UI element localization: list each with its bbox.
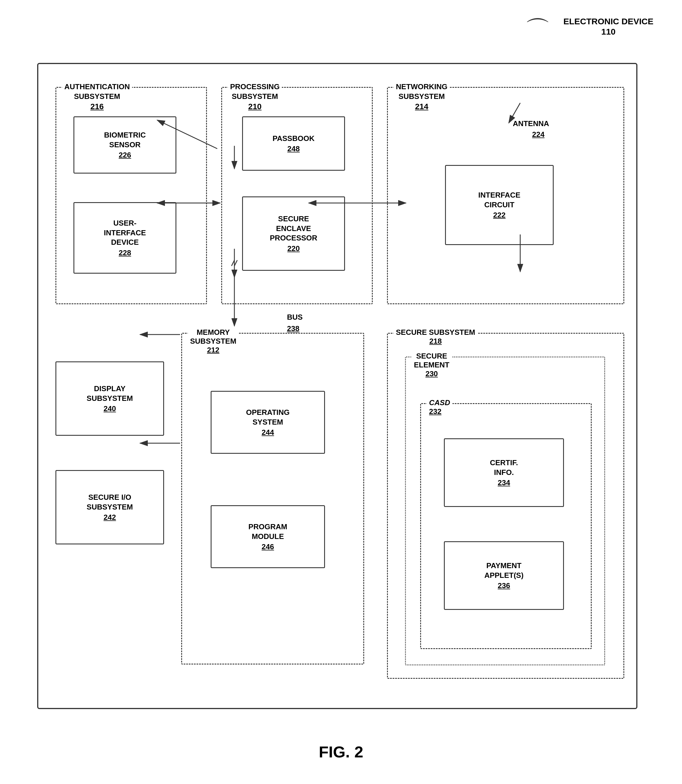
page: ELECTRONIC DEVICE 110 ⌒ AUTHENTICATIONSU… bbox=[0, 0, 682, 784]
auth-subsystem-label: AUTHENTICATIONSUBSYSTEM 216 bbox=[62, 82, 132, 112]
memory-subsystem-box: MEMORYSUBSYSTEM212 OPERATINGSYSTEM 244 P… bbox=[181, 333, 364, 664]
secure-enclave-processor-number: 220 bbox=[287, 244, 300, 253]
secure-element-number: 230 bbox=[425, 369, 438, 378]
operating-system-box: OPERATINGSYSTEM 244 bbox=[211, 391, 325, 454]
secure-enclave-processor-box: SECUREENCLAVEPROCESSOR 220 bbox=[242, 196, 345, 271]
biometric-sensor-number: 226 bbox=[119, 151, 131, 160]
casd-box: CASD232 CERTIF.INFO. 234 PAYMENTAPPLET(S… bbox=[420, 403, 592, 649]
certif-info-number: 234 bbox=[498, 478, 510, 487]
secure-subsystem-box: SECURE SUBSYSTEM218 SECUREELEMENT230 CAS… bbox=[387, 333, 624, 679]
bus-number: 238 bbox=[287, 324, 299, 333]
display-subsystem-label: DISPLAYSUBSYSTEM bbox=[87, 384, 133, 404]
net-subsystem-box: NETWORKINGSUBSYSTEM 214 ANTENNA 224 INTE… bbox=[387, 87, 624, 304]
secure-io-subsystem-number: 242 bbox=[104, 513, 116, 522]
secure-subsystem-number: 218 bbox=[429, 337, 441, 345]
main-device-box: AUTHENTICATIONSUBSYSTEM 216 BIOMETRICSEN… bbox=[37, 63, 637, 709]
proc-subsystem-label: PROCESSINGSUBSYSTEM 210 bbox=[228, 82, 282, 112]
operating-system-number: 244 bbox=[261, 428, 274, 437]
payment-applets-label: PAYMENTAPPLET(S) bbox=[484, 561, 523, 580]
interface-circuit-number: 222 bbox=[493, 211, 505, 220]
certif-info-box: CERTIF.INFO. 234 bbox=[444, 438, 564, 507]
payment-applets-number: 236 bbox=[498, 581, 510, 590]
proc-subsystem-number: 210 bbox=[248, 102, 261, 111]
casd-number: 232 bbox=[429, 407, 441, 416]
passbook-box: PASSBOOK 248 bbox=[242, 117, 345, 171]
interface-circuit-label: INTERFACECIRCUIT bbox=[478, 190, 520, 210]
certif-info-label: CERTIF.INFO. bbox=[490, 458, 518, 477]
bus-label: BUS bbox=[287, 313, 303, 322]
payment-applets-box: PAYMENTAPPLET(S) 236 bbox=[444, 541, 564, 610]
secure-io-subsystem-label: SECURE I/OSUBSYSTEM bbox=[87, 493, 133, 512]
secure-element-outer-box: SECUREELEMENT230 CASD232 CERTIF.INFO. 23… bbox=[405, 356, 605, 665]
biometric-sensor-box: BIOMETRICSENSOR 226 bbox=[73, 117, 176, 174]
user-interface-device-box: USER-INTERFACEDEVICE 228 bbox=[73, 202, 176, 274]
program-module-box: PROGRAMMODULE 246 bbox=[211, 505, 325, 568]
secure-io-subsystem-box: SECURE I/OSUBSYSTEM 242 bbox=[56, 470, 164, 544]
proc-subsystem-box: PROCESSINGSUBSYSTEM 210 PASSBOOK 248 SEC… bbox=[221, 87, 373, 304]
program-module-label: PROGRAMMODULE bbox=[249, 522, 287, 541]
auth-subsystem-box: AUTHENTICATIONSUBSYSTEM 216 BIOMETRICSEN… bbox=[56, 87, 207, 304]
operating-system-label: OPERATINGSYSTEM bbox=[246, 408, 290, 427]
secure-element-label: SECUREELEMENT230 bbox=[412, 352, 452, 378]
auth-subsystem-number: 216 bbox=[90, 102, 104, 111]
fig-label: FIG. 2 bbox=[319, 742, 363, 761]
casd-label: CASD232 bbox=[427, 398, 453, 416]
antenna-number: 224 bbox=[532, 130, 545, 139]
secure-enclave-processor-label: SECUREENCLAVEPROCESSOR bbox=[270, 214, 317, 243]
net-subsystem-label: NETWORKINGSUBSYSTEM 214 bbox=[394, 82, 450, 112]
memory-subsystem-number: 212 bbox=[207, 346, 219, 354]
secure-subsystem-label: SECURE SUBSYSTEM218 bbox=[394, 328, 477, 346]
interface-circuit-box: INTERFACECIRCUIT 222 bbox=[445, 165, 554, 245]
passbook-label: PASSBOOK bbox=[272, 134, 315, 144]
net-subsystem-number: 214 bbox=[415, 102, 429, 111]
electronic-device-label: ELECTRONIC DEVICE 110 bbox=[563, 16, 653, 37]
device-bracket: ⌒ bbox=[525, 17, 551, 43]
memory-subsystem-label: MEMORYSUBSYSTEM212 bbox=[188, 328, 239, 354]
biometric-sensor-label: BIOMETRICSENSOR bbox=[104, 130, 146, 150]
user-interface-device-number: 228 bbox=[119, 249, 131, 257]
display-subsystem-box: DISPLAYSUBSYSTEM 240 bbox=[56, 361, 164, 436]
passbook-number: 248 bbox=[287, 144, 300, 153]
antenna-label: ANTENNA bbox=[513, 119, 549, 128]
program-module-number: 246 bbox=[261, 542, 274, 551]
display-subsystem-number: 240 bbox=[104, 404, 116, 413]
user-interface-device-label: USER-INTERFACEDEVICE bbox=[104, 219, 146, 247]
